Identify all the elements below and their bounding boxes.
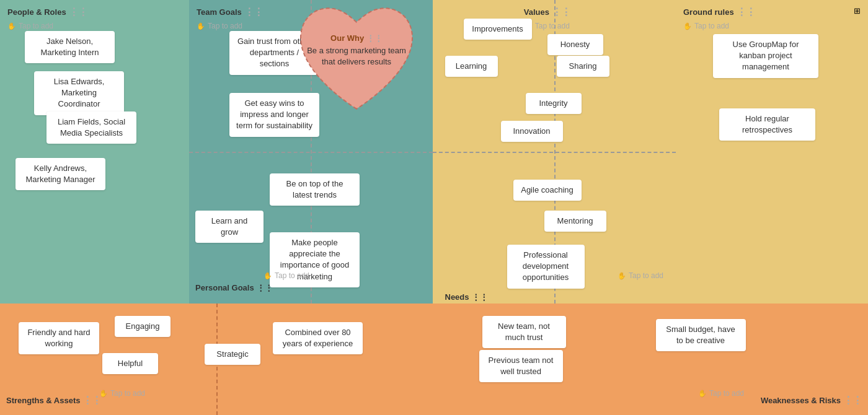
people-title-dots: ⋮⋮	[69, 6, 87, 18]
card-innovation[interactable]: Innovation	[501, 121, 563, 142]
card-learning[interactable]: Learning	[445, 56, 498, 77]
card-top-trends[interactable]: Be on top of the latest trends	[270, 173, 360, 206]
card-sharing[interactable]: Sharing	[557, 56, 609, 77]
teamgoals-tap-add-label: Tap to add	[208, 22, 242, 30]
card-honesty[interactable]: Honesty	[547, 34, 603, 55]
groundrules-title: Ground rules ⋮⋮	[683, 6, 861, 18]
needs-tap-add-label: Tap to add	[629, 271, 663, 280]
section-weaknesses: Weaknesses & Risks ⋮⋮ Tap to add New tea…	[433, 304, 869, 415]
filter-icon[interactable]: ⊞	[854, 6, 861, 15]
section-values: Values ⋮⋮ Tap to add Improvements Honest…	[433, 0, 676, 304]
section-people: People & Roles ⋮⋮ Tap to add Jake Nelson…	[0, 0, 189, 304]
personal-goals-tap-add-label: Tap to add	[275, 271, 309, 280]
card-mentoring[interactable]: Mentoring	[544, 211, 606, 232]
card-prev-team[interactable]: Previous team not well trusted	[479, 350, 563, 382]
card-improvements[interactable]: Improvements	[464, 19, 532, 40]
card-agile[interactable]: Agile coaching	[513, 180, 582, 201]
card-liam[interactable]: Liam Fields, Social Media Specialists	[46, 111, 136, 144]
weaknesses-title-text: Weaknesses & Risks	[761, 396, 841, 405]
card-retrospectives[interactable]: Hold regular retrospectives	[719, 108, 815, 141]
values-title-text: Values	[524, 7, 549, 17]
strengths-tap-add-label: Tap to add	[110, 389, 145, 398]
card-helpful[interactable]: Helpful	[102, 353, 158, 374]
people-tap-add[interactable]: Tap to add	[7, 22, 182, 30]
personal-goals-label: Personal Goals ⋮⋮	[195, 283, 273, 292]
dashed-h-teamgoals	[189, 152, 433, 153]
people-tap-add-label: Tap to add	[19, 22, 53, 30]
people-title-text: People & Roles	[7, 7, 66, 17]
card-small-budget[interactable]: Small budget, have to be creative	[656, 319, 746, 351]
section-groundrules: Ground rules ⋮⋮ Tap to add ⊞ Use GroupMa…	[676, 0, 868, 304]
groundrules-title-text: Ground rules	[683, 7, 734, 17]
strengths-title: Strengths & Assets ⋮⋮	[6, 395, 101, 406]
card-prodev[interactable]: Professional development opportunities	[507, 245, 585, 289]
card-kelly[interactable]: Kelly Andrews, Marketing Manager	[16, 158, 105, 190]
card-friendly[interactable]: Friendly and hard working	[19, 322, 99, 354]
needs-tap-add[interactable]: Tap to add	[618, 271, 663, 280]
card-gain-trust[interactable]: Gain trust from other departments / sect…	[229, 31, 319, 75]
teamgoals-title-text: Team Goals	[197, 7, 242, 17]
groundrules-tap-add-label: Tap to add	[694, 22, 729, 30]
card-learn-grow[interactable]: Learn and grow	[195, 211, 264, 243]
needs-label: Needs ⋮⋮	[445, 292, 488, 302]
weaknesses-title: Weaknesses & Risks ⋮⋮	[761, 395, 862, 406]
strengths-title-text: Strengths & Assets	[6, 396, 80, 405]
weaknesses-tap-add-label: Tap to add	[709, 389, 744, 398]
section-teamgoals: Team Goals ⋮⋮ Tap to add Gain trust from…	[189, 0, 433, 304]
card-groupmap[interactable]: Use GroupMap for kanban project manageme…	[713, 34, 818, 78]
card-new-team[interactable]: New team, not much trust	[482, 316, 566, 348]
values-title: Values ⋮⋮	[524, 6, 570, 18]
dashed-h-values	[433, 152, 676, 153]
people-title: People & Roles ⋮⋮	[7, 6, 182, 18]
card-strategic[interactable]: Strategic	[205, 344, 260, 365]
strengths-tap-add[interactable]: Tap to add	[99, 389, 145, 398]
groundrules-tap-add[interactable]: Tap to add	[683, 22, 861, 30]
section-strengths: Strengths & Assets ⋮⋮ Tap to add Friendl…	[0, 304, 433, 415]
card-combined[interactable]: Combined over 80 years of experience	[273, 322, 363, 354]
card-jake[interactable]: Jake Nelson, Marketing Intern	[25, 31, 115, 63]
card-easy-wins[interactable]: Get easy wins to impress and longer term…	[229, 93, 319, 137]
personal-goals-tap-add[interactable]: Tap to add	[264, 271, 309, 280]
weaknesses-tap-add[interactable]: Tap to add	[698, 389, 744, 398]
card-lisa[interactable]: Lisa Edwards, Marketing Coordinator	[34, 71, 124, 115]
board: People & Roles ⋮⋮ Tap to add Jake Nelson…	[0, 0, 868, 415]
values-tap-add-label: Tap to add	[535, 22, 570, 30]
needs-title-text: Needs	[445, 292, 469, 302]
card-integrity[interactable]: Integrity	[526, 93, 582, 114]
card-engaging[interactable]: Engaging	[115, 316, 170, 337]
